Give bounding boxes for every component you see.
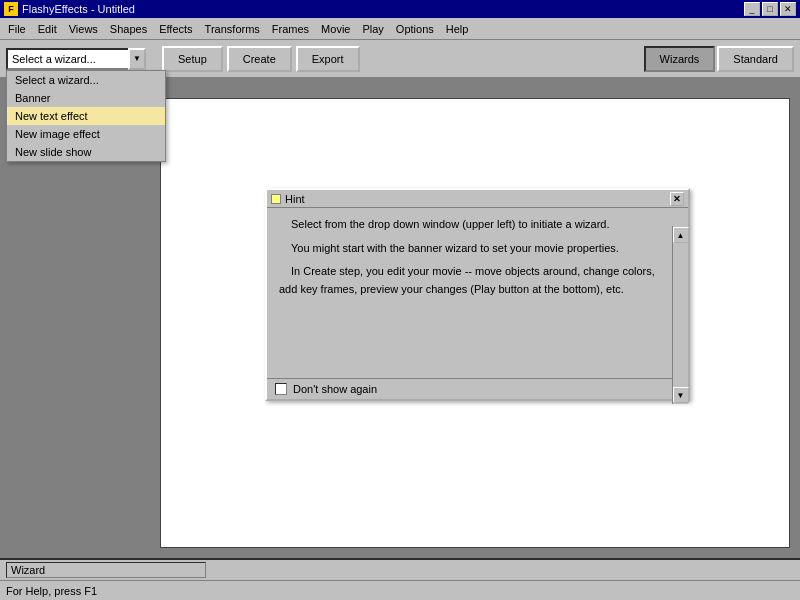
scroll-down-button[interactable]: ▼ [673,387,689,403]
export-button[interactable]: Export [296,46,360,72]
wizard-menu-item-new-image[interactable]: New image effect [7,125,165,143]
hint-icon [271,194,281,204]
menu-item-effects[interactable]: Effects [153,21,198,37]
menu-item-movie[interactable]: Movie [315,21,356,37]
wizard-menu-item-new-slide[interactable]: New slide show [7,143,165,161]
hint-close-button[interactable]: ✕ [670,192,684,206]
hint-footer: Don't show again [267,378,688,399]
hint-paragraph: In Create step, you edit your movie -- m… [279,263,676,298]
hint-title-bar: Hint ✕ [267,190,688,208]
app-icon: F [4,2,18,16]
wizard-menu-item-new-text[interactable]: New text effect [7,107,165,125]
menu-item-edit[interactable]: Edit [32,21,63,37]
hint-body: Select from the drop down window (upper … [267,208,688,378]
toolbar: Select a wizard...BannerNew text effectN… [0,40,800,78]
hint-title-text: Hint [285,193,305,205]
wizard-select[interactable]: Select a wizard...BannerNew text effectN… [6,48,146,70]
hint-paragraph: Select from the drop down window (upper … [279,216,676,234]
hint-title-left: Hint [271,193,305,205]
title-bar-controls: _ □ ✕ [744,2,796,16]
hint-scrollbar: ▲ ▼ [672,226,688,404]
wizard-dropdown-container: Select a wizard...BannerNew text effectN… [6,48,146,70]
hint-paragraph: You might start with the banner wizard t… [279,240,676,258]
menu-item-play[interactable]: Play [356,21,389,37]
tab-row: Wizards Standard [644,46,794,72]
hint-dialog: Hint ✕ Select from the drop down window … [265,188,690,401]
help-text: For Help, press F1 [6,585,97,597]
menu-item-file[interactable]: File [2,21,32,37]
menu-item-frames[interactable]: Frames [266,21,315,37]
minimize-button[interactable]: _ [744,2,760,16]
menu-item-options[interactable]: Options [390,21,440,37]
menu-item-shapes[interactable]: Shapes [104,21,153,37]
title-bar-left: F FlashyEffects - Untitled [4,2,135,16]
wizard-menu: Select a wizard...BannerNew text effectN… [6,70,166,162]
close-button[interactable]: ✕ [780,2,796,16]
help-bar: For Help, press F1 [0,580,800,600]
dont-show-checkbox[interactable] [275,383,287,395]
create-button[interactable]: Create [227,46,292,72]
dont-show-label: Don't show again [293,383,377,395]
maximize-button[interactable]: □ [762,2,778,16]
menu-item-help[interactable]: Help [440,21,475,37]
setup-button[interactable]: Setup [162,46,223,72]
title-bar-text: FlashyEffects - Untitled [22,3,135,15]
menu-item-views[interactable]: Views [63,21,104,37]
menu-item-transforms[interactable]: Transforms [199,21,266,37]
wizard-menu-item-banner[interactable]: Banner [7,89,165,107]
menu-bar: FileEditViewsShapesEffectsTransformsFram… [0,18,800,40]
wizard-menu-item-select[interactable]: Select a wizard... [7,71,165,89]
status-wizard-label: Wizard [6,562,206,578]
scroll-up-button[interactable]: ▲ [673,227,689,243]
status-bar: Wizard [0,558,800,580]
scroll-track [673,243,688,387]
title-bar: F FlashyEffects - Untitled _ □ ✕ [0,0,800,18]
standard-tab[interactable]: Standard [717,46,794,72]
wizards-tab[interactable]: Wizards [644,46,716,72]
